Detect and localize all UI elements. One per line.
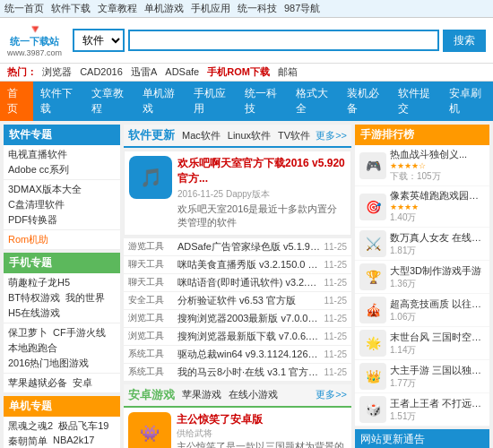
website-update-section: 网站更新通告 11月25日 软件更新： 23 软件总数： 61345 文章更新：… <box>355 429 489 448</box>
cat-item[interactable]: 我的世界 <box>63 290 108 306</box>
update-name[interactable]: 驱动总裁win64 v9.3.1124.1261 标准版 <box>177 348 320 361</box>
nav-android[interactable]: 安卓刷机 <box>442 82 493 121</box>
header: 🔻 统一下载站 www.3987.com 软件 游戏 文章 搜索 <box>0 18 493 64</box>
cat-item[interactable]: CF手游火线 <box>50 325 108 340</box>
rank-info: 超高竞技画质 以往像素传奇 1.06万 <box>390 297 485 323</box>
update-name[interactable]: 分析验证软件 v6.53 官方版 <box>177 294 320 307</box>
update-item-4: 浏览工具 搜狗浏览器2003最新版 v7.0.0(1124) 11-25 <box>124 310 351 328</box>
logo-icon: 🔻 <box>28 23 42 35</box>
top-nav-tutorial[interactable]: 文章教程 <box>98 2 137 15</box>
nav-install[interactable]: 装机必备 <box>340 82 391 121</box>
top-nav-phoneapp[interactable]: 手机应用 <box>191 2 230 15</box>
phone-cat-row-1: 保卫萝卜 CF手游火线 本地跑跑合 2016热门地图游戏 <box>4 323 120 374</box>
tab-linux[interactable]: Linux软件 <box>228 129 271 142</box>
update-cat: 聊天工具 <box>128 276 177 289</box>
search-button[interactable]: 搜索 <box>443 30 486 52</box>
tab-online-games[interactable]: 在线小游戏 <box>229 388 278 401</box>
rank-name[interactable]: 超高竞技画质 以往像素传奇 <box>390 297 485 311</box>
nav-software[interactable]: 软件下载 <box>33 82 84 121</box>
top-nav-home[interactable]: 统一首页 <box>4 2 44 15</box>
cat-item[interactable]: 秦朝简单 <box>5 434 50 448</box>
update-date: 11-25 <box>320 349 347 359</box>
update-cat: 浏览工具 <box>128 330 177 342</box>
nav-submit[interactable]: 软件提交 <box>391 82 442 121</box>
rank-name[interactable]: 大主手游 三国以独特城 <box>390 364 485 377</box>
cat-item[interactable]: 本地跑跑合 <box>5 340 60 356</box>
hand-ranking-header: 手游排行榜 <box>355 125 489 145</box>
game-featured-icon: 👾 <box>128 412 171 448</box>
rank-name[interactable]: 热血战斗独创义... <box>390 148 485 161</box>
hot-item-3[interactable]: ADSafe <box>165 66 199 77</box>
update-item-5: 浏览工具 搜狗浏览器最新版下载 v7.0.6.22818 ... 11-25 <box>124 328 351 346</box>
nav-tutorial[interactable]: 文章教程 <box>84 82 135 121</box>
ranking-item-3: 🏆 大型3D制作游戏手游 1.36万 <box>355 261 489 294</box>
rank-dl: 1.81万 <box>390 245 485 257</box>
update-name[interactable]: 我的马云8小时·在线 v3.1 官方中文... <box>177 366 320 379</box>
hot-item-5[interactable]: 邮箱 <box>278 66 298 77</box>
top-nav-guide[interactable]: 987导航 <box>284 2 320 15</box>
rank-icon: ⚔️ <box>359 230 386 257</box>
rank-name[interactable]: 王者上王者 不打远游戏 <box>390 397 485 410</box>
nav-tech[interactable]: 统一科技 <box>238 82 289 121</box>
hand-ranking-section: 手游排行榜 🎮 热血战斗独创义... ★★★★☆ 下载：105万 🎯 像素英雄跑… <box>355 125 489 426</box>
cat-item[interactable]: Rom机助 <box>5 232 51 247</box>
nav-singlegame[interactable]: 单机游戏 <box>135 82 186 121</box>
search-input[interactable] <box>128 30 439 51</box>
cat-item[interactable]: 黑魂之魂2 <box>5 418 56 434</box>
cat-item[interactable]: 萌趣粒子龙H5 <box>5 275 73 290</box>
update-name[interactable]: 搜狗浏览器最新版下载 v7.0.6.22818 ... <box>177 330 320 343</box>
cat-item[interactable]: 电视直播软件 <box>5 147 70 162</box>
hot-item-1[interactable]: CAD2016 <box>80 66 123 77</box>
cat-item[interactable]: H5在线游戏 <box>5 306 63 321</box>
nav-home[interactable]: 首页 <box>0 82 33 121</box>
rank-name[interactable]: 像素英雄跑跑戏园以下门下 <box>390 189 485 202</box>
software-update-more[interactable]: 更多>> <box>316 129 347 142</box>
tab-tv[interactable]: TV软件 <box>278 129 310 142</box>
cat-item[interactable]: 保卫萝卜 <box>5 325 50 340</box>
rank-info: 热血战斗独创义... ★★★★☆ 下载：105万 <box>390 148 485 183</box>
update-name[interactable]: 搜狗浏览器2003最新版 v7.0.0(1124) <box>177 312 320 325</box>
cat-item[interactable]: 3DMAX版本大全 <box>5 182 84 197</box>
update-name[interactable]: 咪咕美食直播秀版 v3.2.150.0 官方最新... <box>177 258 320 271</box>
cat-item[interactable]: PDF转换器 <box>5 212 60 228</box>
nav-phoneapp[interactable]: 手机应用 <box>186 82 238 121</box>
update-name[interactable]: 咪咕语音(即时通讯软件) v3.2.150.0 官... <box>177 276 320 289</box>
hot-item-4[interactable]: 手机ROM下载 <box>207 66 270 77</box>
featured-software-title[interactable]: 欢乐吧啊天室官方下载2016 v5.920 官方... <box>177 156 346 186</box>
tab-mac[interactable]: Mac软件 <box>182 129 221 142</box>
featured-software-desc: 欢乐吧天室2016是最近十多款内置分类管理的软件 <box>177 202 346 230</box>
top-nav-singlegame[interactable]: 单机游戏 <box>144 2 184 15</box>
rank-info: 末世台风 三国时空特效 1.14万 <box>390 331 485 357</box>
hot-item-2[interactable]: 迅雷A <box>131 66 157 77</box>
rank-name[interactable]: 大型3D制作游戏手游 <box>390 264 485 278</box>
cat-item[interactable]: 极品飞车19 <box>56 418 111 434</box>
hot-item-0[interactable]: 浏览器 <box>42 66 72 77</box>
cat-item[interactable]: Adobe cc系列 <box>5 162 72 177</box>
cat-item[interactable]: 苹果越狱必备 <box>5 375 70 391</box>
cat-item[interactable] <box>51 232 56 247</box>
game-featured-meta: 供给武将 <box>177 427 347 440</box>
update-date: 11-25 <box>320 332 347 341</box>
rank-dl: 1.77万 <box>390 377 485 390</box>
nav-format[interactable]: 格式大全 <box>289 82 340 121</box>
game-featured-title[interactable]: 主公惊笑了安卓版 <box>177 412 347 427</box>
tab-apple-games[interactable]: 苹果游戏 <box>182 388 221 401</box>
cat-item[interactable]: BT特权游戏 <box>5 290 63 306</box>
software-cat-row-1: 3DMAX版本大全 C盘清理软件 PDF转换器 <box>4 180 120 230</box>
cat-item[interactable]: 2016热门地图游戏 <box>5 356 91 371</box>
android-games-more[interactable]: 更多>> <box>316 388 347 401</box>
android-games-section: 安卓游戏 苹果游戏 在线小游戏 更多>> 👾 主公惊笑了安卓版 供给武将 主公惊… <box>124 384 351 448</box>
cat-item[interactable]: NBA2k17 <box>50 434 97 448</box>
cat-item[interactable]: C盘清理软件 <box>5 197 67 212</box>
top-nav-tech[interactable]: 统一科技 <box>238 2 277 15</box>
update-cat: 系统工具 <box>128 348 177 360</box>
rank-name[interactable]: 数万真人女友 在线PK展... <box>390 231 485 245</box>
ranking-item-0: 🎮 热血战斗独创义... ★★★★☆ 下载：105万 <box>355 145 489 186</box>
software-update-header: 软件更新 Mac软件 Linux软件 TV软件 更多>> <box>124 125 351 148</box>
search-type-select[interactable]: 软件 游戏 文章 <box>73 29 125 52</box>
rank-name[interactable]: 末世台风 三国时空特效 <box>390 331 485 344</box>
cat-item[interactable]: 安卓 <box>70 375 95 391</box>
update-name[interactable]: ADSafe广告管家绿色版 v5.1.921 纯净版 <box>177 240 320 254</box>
top-nav-software[interactable]: 软件下载 <box>51 2 91 15</box>
update-cat: 安全工具 <box>128 294 177 306</box>
